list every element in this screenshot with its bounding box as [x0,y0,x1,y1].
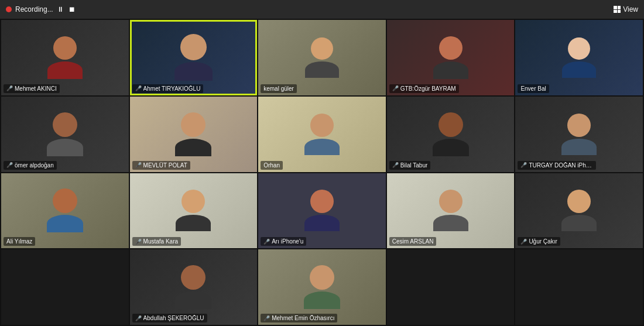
participant-name-12: Mustafa Kara [143,238,178,245]
video-grid: 🎤 Mehmet AKINCI 🎤 Ahmet TİRYAKİOĞLU kema… [0,19,644,326]
video-cell-5: Enver Bal [515,20,643,95]
name-tag-8: Orhan [261,161,283,170]
name-tag-12: 🎤 Mustafa Kara [132,237,181,246]
mic-icon-7: 🎤 [135,162,142,168]
name-tag-13: 🎤 Arı iPhone'u [261,237,306,246]
video-cell-1: 🎤 Mehmet AKINCI [1,20,129,95]
name-tag-2: 🎤 Ahmet TİRYAKİOĞLU [132,84,204,93]
participant-name-15: Uğur Çakır [529,238,557,245]
participant-name-3: kemal güler [263,85,294,92]
recording-label: Recording... [15,5,53,13]
mic-icon-13: 🎤 [263,239,270,245]
recording-controls[interactable]: ⏸ ⏹ [57,5,76,13]
participant-name-2: Ahmet TİRYAKİOĞLU [143,85,201,92]
participant-name-6: ömer alpdoğan [15,162,54,169]
stop-button[interactable]: ⏹ [68,5,76,13]
name-tag-3: kemal güler [261,84,297,93]
name-tag-15: 🎤 Uğur Çakır [518,237,560,246]
video-cell-2: 🎤 Ahmet TİRYAKİOĞLU [130,20,258,95]
name-tag-7: 🎤 MEVLÜT POLAT [132,161,190,170]
mic-icon-12: 🎤 [135,239,142,245]
video-cell-4: 🎤 GTB:Özgür BAYRAM [387,20,515,95]
video-cell-3: kemal güler [258,20,386,95]
video-cell-14: Cesim ARSLAN [387,173,515,249]
name-tag-6: 🎤 ömer alpdoğan [4,161,57,170]
video-cell-17: 🎤 Mehmet Emin Özhasırcı [258,249,386,325]
grid-icon [614,6,621,13]
participant-name-4: GTB:Özgür BAYRAM [400,85,456,92]
name-tag-4: 🎤 GTB:Özgür BAYRAM [389,84,459,93]
participant-name-17: Mehmet Emin Özhasırcı [272,315,334,321]
mic-icon-15: 🎤 [520,239,527,245]
name-tag-17: 🎤 Mehmet Emin Özhasırcı [261,314,337,322]
participant-name-9: Bilal Tabur [400,162,428,169]
name-tag-9: 🎤 Bilal Tabur [389,161,431,170]
view-label: View [623,5,638,13]
mic-icon-9: 🎤 [392,162,399,168]
video-cell-8: Orhan [258,97,386,172]
mic-icon-10: 🎤 [520,162,527,168]
participant-name-1: Mehmet AKINCI [15,85,57,92]
name-tag-1: 🎤 Mehmet AKINCI [4,84,60,93]
participant-name-7: MEVLÜT POLAT [143,162,187,169]
top-bar: Recording... ⏸ ⏹ View [0,0,644,19]
pause-button[interactable]: ⏸ [57,5,64,13]
participant-name-8: Orhan [263,162,280,169]
view-button[interactable]: View [614,5,638,13]
video-cell-15: 🎤 Uğur Çakır [515,173,643,249]
mic-icon-1: 🎤 [6,85,13,91]
video-cell-12: 🎤 Mustafa Kara [130,173,258,249]
recording-dot [6,6,12,12]
participant-name-16: Abdullah ŞEKEROĞLU [143,315,204,321]
video-cell-empty-4-5 [515,249,643,325]
participant-name-10: TURGAY DOĞAN iPhon.. [529,162,593,169]
participant-name-11: Ali Yılmaz [6,238,32,245]
participant-name-14: Cesim ARSLAN [392,238,434,245]
mic-icon-4: 🎤 [392,85,399,91]
video-cell-13: 🎤 Arı iPhone'u [258,173,386,249]
video-cell-7: 🎤 MEVLÜT POLAT [130,97,258,172]
participant-name-13: Arı iPhone'u [272,238,303,245]
video-cell-16: 🎤 Abdullah ŞEKEROĞLU [130,249,258,325]
name-tag-5: Enver Bal [518,84,549,93]
mic-icon-6: 🎤 [6,162,13,168]
video-cell-empty-4-4 [387,249,515,325]
video-cell-10: 🎤 TURGAY DOĞAN iPhon.. [515,97,643,172]
mic-icon-17: 🎤 [263,315,270,321]
participant-name-5: Enver Bal [520,85,546,92]
name-tag-10: 🎤 TURGAY DOĞAN iPhon.. [518,161,596,170]
video-cell-11: Ali Yılmaz [1,173,129,249]
name-tag-16: 🎤 Abdullah ŞEKEROĞLU [132,314,207,322]
name-tag-14: Cesim ARSLAN [389,237,437,246]
mic-icon-16: 🎤 [135,315,142,321]
recording-indicator: Recording... ⏸ ⏹ [6,5,76,13]
video-cell-6: 🎤 ömer alpdoğan [1,97,129,172]
video-cell-9: 🎤 Bilal Tabur [387,97,515,172]
video-cell-empty-4-1 [1,249,129,325]
mic-icon-2: 🎤 [135,85,142,91]
name-tag-11: Ali Yılmaz [4,237,35,246]
